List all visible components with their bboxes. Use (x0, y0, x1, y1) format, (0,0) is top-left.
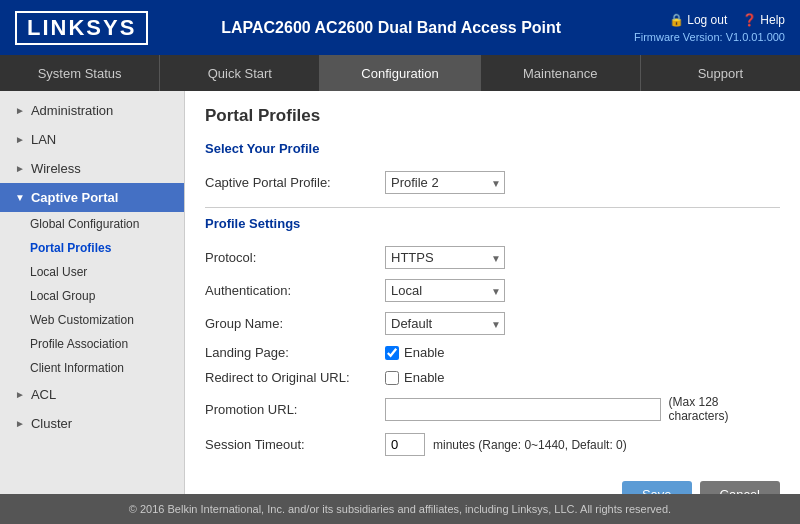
protocol-control: HTTP HTTPS ▼ (385, 246, 780, 269)
group-name-label: Group Name: (205, 316, 385, 331)
protocol-select-wrapper: HTTP HTTPS ▼ (385, 246, 505, 269)
footer-text: © 2016 Belkin International, Inc. and/or… (129, 503, 671, 515)
arrow-icon: ► (15, 163, 25, 174)
landing-page-text: Enable (404, 345, 444, 360)
authentication-control: Local RADIUS ▼ (385, 279, 780, 302)
landing-page-control: Enable (385, 345, 780, 360)
arrow-icon: ► (15, 134, 25, 145)
content-area: Portal Profiles Select Your Profile Capt… (185, 91, 800, 494)
help-link[interactable]: ❓ Help (742, 13, 785, 27)
button-row: Save Cancel (205, 481, 780, 494)
authentication-row: Authentication: Local RADIUS ▼ (205, 274, 780, 307)
group-name-control: Default ▼ (385, 312, 780, 335)
sidebar-subitem-local-user[interactable]: Local User (0, 260, 184, 284)
header-right: 🔒 Log out ❓ Help Firmware Version: V1.0.… (634, 13, 785, 43)
captive-portal-profile-control: Profile 1 Profile 2 Profile 3 ▼ (385, 171, 780, 194)
captive-portal-profile-label: Captive Portal Profile: (205, 175, 385, 190)
authentication-label: Authentication: (205, 283, 385, 298)
sidebar-item-captive-portal[interactable]: ▼ Captive Portal (0, 183, 184, 212)
sidebar-item-administration[interactable]: ► Administration (0, 96, 184, 125)
redirect-row: Redirect to Original URL: Enable (205, 365, 780, 390)
captive-portal-profile-select[interactable]: Profile 1 Profile 2 Profile 3 (385, 171, 505, 194)
protocol-label: Protocol: (205, 250, 385, 265)
tab-quick-start[interactable]: Quick Start (160, 55, 320, 91)
redirect-checkbox[interactable] (385, 371, 399, 385)
page-title: Portal Profiles (205, 106, 780, 126)
promotion-url-row: Promotion URL: (Max 128 characters) (205, 390, 780, 428)
tab-configuration[interactable]: Configuration (320, 55, 480, 91)
sidebar-subitem-client-information[interactable]: Client Information (0, 356, 184, 380)
redirect-checkbox-label[interactable]: Enable (385, 370, 444, 385)
session-timeout-hint: minutes (Range: 0~1440, Default: 0) (433, 438, 627, 452)
section-profile-settings: Profile Settings (205, 216, 780, 231)
logout-label: Log out (687, 13, 727, 27)
authentication-select-wrapper: Local RADIUS ▼ (385, 279, 505, 302)
authentication-select[interactable]: Local RADIUS (385, 279, 505, 302)
promotion-url-input[interactable] (385, 398, 661, 421)
captive-portal-profile-row: Captive Portal Profile: Profile 1 Profil… (205, 166, 780, 199)
sidebar-subitem-profile-association[interactable]: Profile Association (0, 332, 184, 356)
redirect-text: Enable (404, 370, 444, 385)
device-title: LAPAC2600 AC2600 Dual Band Access Point (148, 19, 634, 37)
tab-support[interactable]: Support (641, 55, 800, 91)
tab-maintenance[interactable]: Maintenance (481, 55, 641, 91)
header: LINKSYS LAPAC2600 AC2600 Dual Band Acces… (0, 0, 800, 55)
redirect-control: Enable (385, 370, 780, 385)
header-actions: 🔒 Log out ❓ Help (669, 13, 785, 27)
landing-page-row: Landing Page: Enable (205, 340, 780, 365)
sidebar-item-acl[interactable]: ► ACL (0, 380, 184, 409)
session-timeout-control: minutes (Range: 0~1440, Default: 0) (385, 433, 780, 456)
tab-system-status[interactable]: System Status (0, 55, 160, 91)
landing-page-label: Landing Page: (205, 345, 385, 360)
sidebar: ► Administration ► LAN ► Wireless ▼ Capt… (0, 91, 185, 494)
sidebar-item-cluster[interactable]: ► Cluster (0, 409, 184, 438)
sidebar-subitem-global-configuration[interactable]: Global Configuration (0, 212, 184, 236)
redirect-label: Redirect to Original URL: (205, 370, 385, 385)
group-name-select[interactable]: Default (385, 312, 505, 335)
captive-portal-profile-select-wrapper: Profile 1 Profile 2 Profile 3 ▼ (385, 171, 505, 194)
arrow-icon: ► (15, 105, 25, 116)
save-button[interactable]: Save (622, 481, 692, 494)
promotion-url-control: (Max 128 characters) (385, 395, 780, 423)
logout-icon: 🔒 (669, 13, 684, 27)
protocol-row: Protocol: HTTP HTTPS ▼ (205, 241, 780, 274)
promotion-url-hint: (Max 128 characters) (669, 395, 780, 423)
main-layout: ► Administration ► LAN ► Wireless ▼ Capt… (0, 91, 800, 494)
arrow-icon: ► (15, 418, 25, 429)
sidebar-subitem-web-customization[interactable]: Web Customization (0, 308, 184, 332)
divider (205, 207, 780, 208)
sidebar-subitem-local-group[interactable]: Local Group (0, 284, 184, 308)
group-name-row: Group Name: Default ▼ (205, 307, 780, 340)
help-icon: ❓ (742, 13, 757, 27)
session-timeout-input[interactable] (385, 433, 425, 456)
group-name-select-wrapper: Default ▼ (385, 312, 505, 335)
session-timeout-row: Session Timeout: minutes (Range: 0~1440,… (205, 428, 780, 461)
help-label: Help (760, 13, 785, 27)
landing-page-checkbox-label[interactable]: Enable (385, 345, 444, 360)
arrow-icon: ► (15, 389, 25, 400)
session-timeout-label: Session Timeout: (205, 437, 385, 452)
footer: © 2016 Belkin International, Inc. and/or… (0, 494, 800, 524)
firmware-version: Firmware Version: V1.0.01.000 (634, 31, 785, 43)
arrow-icon: ▼ (15, 192, 25, 203)
section-select-profile: Select Your Profile (205, 141, 780, 156)
protocol-select[interactable]: HTTP HTTPS (385, 246, 505, 269)
promotion-url-label: Promotion URL: (205, 402, 385, 417)
logout-link[interactable]: 🔒 Log out (669, 13, 727, 27)
cancel-button[interactable]: Cancel (700, 481, 780, 494)
logo: LINKSYS (15, 11, 148, 45)
sidebar-subitem-portal-profiles[interactable]: Portal Profiles (0, 236, 184, 260)
sidebar-item-lan[interactable]: ► LAN (0, 125, 184, 154)
landing-page-checkbox[interactable] (385, 346, 399, 360)
sidebar-item-wireless[interactable]: ► Wireless (0, 154, 184, 183)
nav-tabs: System Status Quick Start Configuration … (0, 55, 800, 91)
